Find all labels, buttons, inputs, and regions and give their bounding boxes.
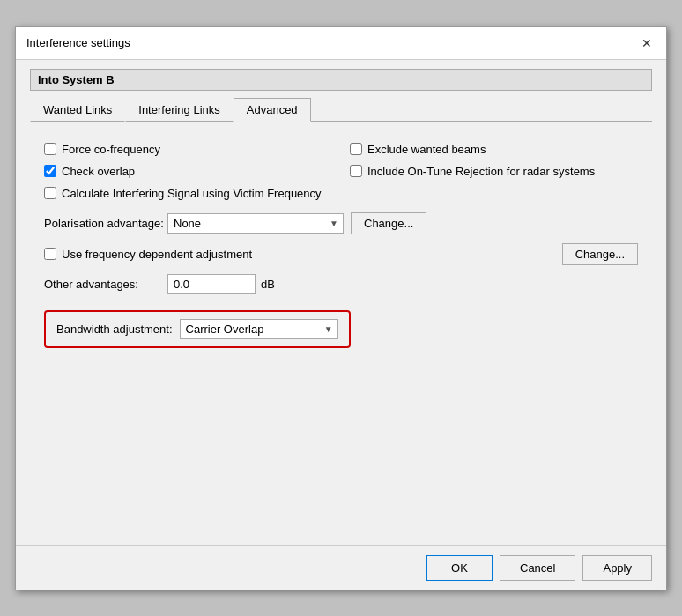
ok-button[interactable]: OK	[426, 555, 493, 581]
polarisation-select[interactable]: None 1 dB 2 dB 3 dB	[167, 213, 344, 234]
tab-wanted-links[interactable]: Wanted Links	[30, 98, 125, 122]
freq-dependent-label: Use frequency dependent adjustment	[62, 248, 555, 261]
tab-interfering-links[interactable]: Interfering Links	[125, 98, 234, 122]
check-overlap-checkbox[interactable]	[44, 165, 56, 177]
bandwidth-adjustment-label: Bandwidth adjustment:	[56, 323, 173, 336]
calculate-interfering-label: Calculate Interfering Signal using Victi…	[62, 187, 322, 200]
include-on-tune-label: Include On-Tune Rejection for radar syst…	[367, 165, 595, 178]
force-co-frequency-checkbox[interactable]	[44, 143, 56, 155]
calculate-interfering-checkbox[interactable]	[44, 187, 56, 199]
title-bar: Interference settings ✕	[16, 27, 666, 60]
cancel-button[interactable]: Cancel	[500, 555, 575, 581]
check-overlap-row: Check overlap	[44, 165, 332, 178]
apply-button[interactable]: Apply	[582, 555, 652, 581]
exclude-wanted-beams-checkbox[interactable]	[350, 143, 362, 155]
bandwidth-dropdown-wrapper: Carrier Overlap None Custom ▼	[180, 319, 338, 339]
polarisation-change-button[interactable]: Change...	[351, 212, 426, 234]
other-advantages-row: Other advantages: dB	[44, 274, 638, 294]
calculate-interfering-row: Calculate Interfering Signal using Victi…	[44, 187, 638, 200]
tab-advanced[interactable]: Advanced	[234, 98, 311, 122]
exclude-wanted-beams-label: Exclude wanted beams	[367, 143, 486, 156]
bandwidth-select[interactable]: Carrier Overlap None Custom	[180, 319, 338, 339]
include-on-tune-checkbox[interactable]	[350, 165, 362, 177]
force-co-frequency-row: Force co-frequency	[44, 143, 332, 156]
polarisation-dropdown-wrapper: None 1 dB 2 dB 3 dB ▼	[167, 213, 344, 234]
freq-dependent-checkbox[interactable]	[44, 248, 56, 260]
other-advantages-input[interactable]	[167, 274, 256, 294]
other-advantages-label: Other advantages:	[44, 278, 167, 291]
dialog-body: Into System B Wanted Links Interfering L…	[16, 60, 666, 545]
interference-settings-dialog: Interference settings ✕ Into System B Wa…	[15, 26, 667, 590]
tabs-container: Wanted Links Interfering Links Advanced	[30, 98, 652, 122]
section-label: Into System B	[30, 69, 652, 91]
close-button[interactable]: ✕	[638, 34, 656, 52]
check-overlap-label: Check overlap	[62, 165, 135, 178]
other-advantages-unit: dB	[261, 278, 275, 291]
bandwidth-adjustment-box: Bandwidth adjustment: Carrier Overlap No…	[44, 310, 351, 348]
include-on-tune-row: Include On-Tune Rejection for radar syst…	[350, 165, 638, 178]
dialog-title: Interference settings	[26, 36, 130, 49]
force-co-frequency-label: Force co-frequency	[62, 143, 160, 156]
content-area: Force co-frequency Check overlap Exclude…	[30, 136, 652, 537]
exclude-wanted-beams-row: Exclude wanted beams	[350, 143, 638, 156]
footer: OK Cancel Apply	[16, 545, 666, 590]
polarisation-label: Polarisation advantage:	[44, 217, 167, 230]
freq-dependent-change-button[interactable]: Change...	[562, 243, 638, 265]
freq-dependent-row: Use frequency dependent adjustment Chang…	[44, 243, 638, 265]
polarisation-row: Polarisation advantage: None 1 dB 2 dB 3…	[44, 212, 638, 234]
